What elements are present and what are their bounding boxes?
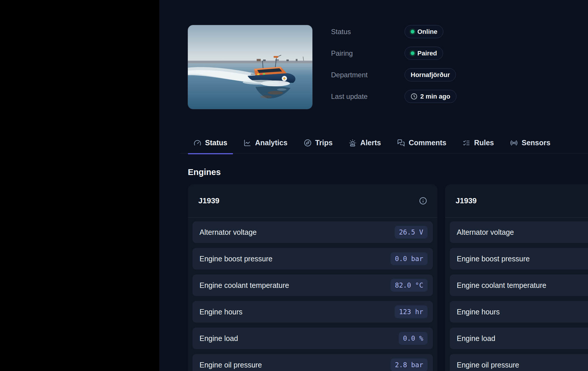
card-header: J1939 — [188, 184, 438, 218]
card-header: J1939 — [445, 184, 588, 218]
radio-icon — [510, 139, 518, 147]
tab-trips[interactable]: Trips — [298, 132, 339, 154]
compass-icon — [304, 139, 312, 147]
messages-icon — [397, 139, 405, 147]
sensor-row: Engine oil pressure 2.8 bar — [192, 354, 433, 371]
last-update-value: 2 min ago — [420, 93, 450, 100]
sensor-label: Engine hours — [457, 308, 500, 316]
pairing-label: Pairing — [331, 49, 405, 57]
clock-icon — [411, 93, 417, 100]
paired-dot-icon — [411, 51, 414, 55]
sensor-label: Engine boost pressure — [200, 255, 272, 263]
tab-alerts[interactable]: Alerts — [343, 132, 387, 154]
meta-row-last-update: Last update 2 min ago — [331, 90, 456, 103]
boat-scene-illustration — [188, 25, 312, 109]
sensor-row: Engine hours — [450, 301, 588, 323]
sensor-row: Engine hours 123 hr — [192, 301, 433, 323]
left-void-panel — [0, 0, 159, 371]
sensor-label: Engine load — [200, 334, 238, 343]
sensor-value: 26.5 V — [395, 226, 428, 239]
online-dot-icon — [411, 30, 414, 34]
vessel-photo — [188, 25, 312, 109]
tab-status[interactable]: Status — [188, 132, 233, 154]
vessel-hero: Status Online Pairing Paired Department — [188, 25, 588, 111]
last-update-label: Last update — [331, 92, 405, 101]
engine-card-2: J1939 Alternator voltage Engine boost pr… — [445, 184, 588, 371]
sensor-label: Engine coolant temperature — [200, 281, 289, 290]
sensor-label: Engine oil pressure — [457, 361, 519, 369]
main-content: Status Online Pairing Paired Department — [159, 0, 588, 371]
meta-row-department: Department Hornafjörður — [331, 68, 456, 81]
pairing-value: Paired — [417, 50, 437, 57]
gauge-icon — [194, 139, 201, 147]
siren-icon — [349, 139, 356, 147]
last-update-badge: 2 min ago — [405, 90, 456, 103]
sensor-label: Engine coolant temperature — [457, 281, 546, 290]
card-rows: Alternator voltage 26.5 V Engine boost p… — [188, 218, 438, 371]
tab-label: Trips — [315, 139, 333, 147]
tab-label: Sensors — [522, 139, 550, 147]
engines-section-title: Engines — [188, 167, 588, 177]
meta-row-pairing: Pairing Paired — [331, 47, 456, 60]
department-value: Hornafjörður — [411, 71, 450, 79]
sensor-label: Alternator voltage — [200, 228, 257, 237]
card-title: J1939 — [198, 196, 219, 205]
sensor-value: 0.0 % — [399, 332, 428, 345]
sensor-label: Engine hours — [200, 308, 242, 316]
status-value: Online — [417, 28, 437, 36]
sensor-value: 0.0 bar — [391, 252, 428, 265]
sensor-row: Engine boost pressure — [450, 248, 588, 270]
engine-card-1: J1939 Alternator voltage 26.5 V Engine b… — [188, 184, 438, 371]
tab-analytics[interactable]: Analytics — [238, 132, 293, 154]
sensor-row: Alternator voltage 26.5 V — [192, 221, 433, 243]
tab-label: Alerts — [360, 139, 381, 147]
sensor-label: Engine load — [457, 334, 495, 343]
sensor-row: Engine load 0.0 % — [192, 328, 433, 349]
tab-label: Analytics — [255, 139, 287, 147]
tab-bar: Status Analytics Trips Alerts — [188, 132, 588, 154]
engine-cards: J1939 Alternator voltage 26.5 V Engine b… — [188, 184, 588, 371]
card-rows: Alternator voltage Engine boost pressure… — [445, 218, 588, 371]
sensor-row: Engine boost pressure 0.0 bar — [192, 248, 433, 270]
sensor-row: Engine coolant temperature 82.0 °C — [192, 274, 433, 296]
chart-line-icon — [244, 139, 251, 147]
tab-sensors[interactable]: Sensors — [504, 132, 556, 154]
list-checks-icon — [463, 139, 470, 147]
department-label: Department — [331, 71, 405, 79]
tab-label: Status — [205, 139, 227, 147]
vessel-meta-panel: Status Online Pairing Paired Department — [331, 25, 456, 111]
sensor-value: 123 hr — [395, 305, 428, 318]
sensor-label: Engine oil pressure — [200, 361, 262, 369]
sensor-value: 2.8 bar — [391, 358, 428, 371]
sensor-row: Engine oil pressure — [450, 354, 588, 371]
department-badge: Hornafjörður — [405, 68, 456, 81]
pairing-badge: Paired — [405, 47, 443, 60]
status-label: Status — [331, 28, 405, 36]
tab-label: Comments — [409, 139, 446, 147]
info-icon[interactable] — [419, 197, 427, 205]
meta-row-status: Status Online — [331, 25, 456, 38]
sensor-row: Engine coolant temperature — [450, 274, 588, 296]
status-badge: Online — [405, 25, 443, 38]
sensor-row: Engine load — [450, 328, 588, 349]
card-title: J1939 — [456, 196, 477, 205]
sensor-label: Engine boost pressure — [457, 255, 530, 263]
sensor-value: 82.0 °C — [391, 279, 428, 292]
tab-label: Rules — [474, 139, 494, 147]
vessel-dashboard-page: Status Online Pairing Paired Department — [0, 0, 588, 371]
tab-rules[interactable]: Rules — [457, 132, 500, 154]
tab-comments[interactable]: Comments — [391, 132, 452, 154]
sensor-row: Alternator voltage — [450, 221, 588, 243]
sensor-label: Alternator voltage — [457, 228, 514, 237]
